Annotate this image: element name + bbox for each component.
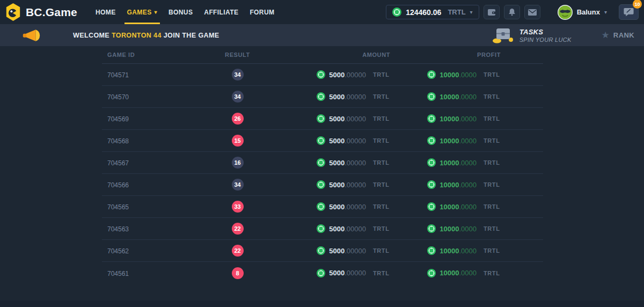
amount-value: 5000.00000 bbox=[329, 159, 366, 167]
header-profit: PROFIT bbox=[390, 52, 501, 58]
trtl-coin-icon bbox=[427, 202, 436, 211]
user-menu[interactable]: Balunx ▾ bbox=[558, 5, 607, 20]
tasks-widget[interactable]: TASKS SPIN YOUR LUCK bbox=[492, 27, 572, 44]
amount-value: 5000.00000 bbox=[329, 247, 366, 255]
notifications-button[interactable] bbox=[504, 5, 520, 19]
profit-cell: 10000.0000 TRTL bbox=[390, 202, 501, 211]
welcome-username: TORONTON 44 bbox=[112, 32, 162, 39]
amount-cell: 5000.00000 TRTL bbox=[282, 180, 390, 189]
welcome-prefix: WELCOME bbox=[73, 32, 109, 39]
table-row: 704562 22 5000.00000 TRTL 10000.0000 TRT… bbox=[102, 240, 543, 262]
nav-item-games[interactable]: GAMES▾ bbox=[127, 0, 157, 24]
trtl-coin-icon bbox=[317, 158, 325, 167]
profit-cell: 10000.0000 TRTL bbox=[390, 92, 501, 101]
currency-label: TRTL bbox=[373, 181, 390, 188]
balance-currency: TRTL bbox=[448, 8, 465, 16]
mail-button[interactable] bbox=[524, 5, 540, 19]
result-cell: 33 bbox=[193, 201, 282, 213]
amount-cell: 5000.00000 TRTL bbox=[282, 136, 390, 145]
profit-value: 10000.0000 bbox=[440, 247, 477, 255]
currency-label: TRTL bbox=[484, 115, 501, 122]
nav-item-label: BONUS bbox=[169, 9, 193, 16]
result-badge: 26 bbox=[232, 113, 244, 125]
trtl-coin-icon bbox=[427, 180, 436, 189]
result-badge: 15 bbox=[232, 135, 244, 147]
profit-cell: 10000.0000 TRTL bbox=[390, 70, 501, 79]
nav-item-forum[interactable]: FORUM bbox=[250, 0, 274, 24]
bottom-strip bbox=[0, 301, 644, 307]
result-cell: 15 bbox=[193, 135, 282, 147]
result-badge: 34 bbox=[232, 69, 244, 81]
nav-item-label: HOME bbox=[96, 9, 116, 16]
amount-value: 5000.00000 bbox=[329, 137, 366, 145]
currency-label: TRTL bbox=[373, 93, 390, 100]
result-cell: 22 bbox=[193, 245, 282, 257]
announcement-banner: WELCOME TORONTON 44 JOIN THE GAME TASKS … bbox=[0, 24, 644, 46]
result-badge: 34 bbox=[232, 91, 244, 103]
main-content: GAME ID RESULT AMOUNT PROFIT 704571 34 5… bbox=[0, 46, 644, 284]
nav-item-bonus[interactable]: BONUS bbox=[169, 0, 193, 24]
table-row: 704565 33 5000.00000 TRTL 10000.0000 TRT… bbox=[102, 196, 543, 218]
profit-cell: 10000.0000 TRTL bbox=[390, 114, 501, 123]
wallet-button[interactable] bbox=[484, 5, 500, 19]
profit-value: 10000.0000 bbox=[440, 93, 477, 101]
rank-widget[interactable]: ★ RANK bbox=[602, 31, 634, 40]
table-header: GAME ID RESULT AMOUNT PROFIT bbox=[102, 46, 543, 64]
profit-cell: 10000.0000 TRTL bbox=[390, 246, 501, 255]
result-cell: 22 bbox=[193, 223, 282, 235]
nav-item-affiliate[interactable]: AFFILIATE bbox=[204, 0, 238, 24]
nav-item-label: GAMES bbox=[127, 9, 152, 16]
game-id: 704562 bbox=[107, 247, 129, 255]
profit-cell: 10000.0000 TRTL bbox=[390, 269, 501, 277]
welcome-message: WELCOME TORONTON 44 JOIN THE GAME bbox=[73, 32, 219, 39]
currency-label: TRTL bbox=[373, 115, 390, 122]
chevron-down-icon: ▾ bbox=[155, 9, 157, 15]
logo[interactable]: BC.Game bbox=[5, 3, 77, 21]
result-cell: 34 bbox=[193, 91, 282, 103]
game-id-cell: 704563 bbox=[102, 224, 193, 233]
chat-button[interactable]: 10 bbox=[619, 4, 639, 20]
balance-selector[interactable]: 124460.06 TRTL ▾ bbox=[386, 5, 479, 19]
game-id-cell: 704561 bbox=[102, 268, 193, 278]
nav-item-home[interactable]: HOME bbox=[96, 0, 116, 24]
profit-cell: 10000.0000 TRTL bbox=[390, 224, 501, 233]
game-id: 704569 bbox=[107, 115, 129, 123]
currency-label: TRTL bbox=[484, 93, 501, 100]
trtl-coin-icon bbox=[317, 180, 325, 189]
trtl-coin-icon bbox=[427, 136, 436, 145]
profit-value: 10000.0000 bbox=[440, 181, 477, 189]
rank-label: RANK bbox=[613, 31, 634, 39]
currency-label: TRTL bbox=[484, 137, 501, 144]
treasure-chest-icon bbox=[492, 27, 514, 44]
result-cell: 8 bbox=[193, 267, 282, 279]
currency-label: TRTL bbox=[484, 247, 501, 254]
profit-value: 10000.0000 bbox=[440, 159, 477, 167]
trtl-coin-icon bbox=[427, 114, 436, 123]
amount-value: 5000.00000 bbox=[329, 225, 366, 233]
profit-value: 10000.0000 bbox=[440, 137, 477, 145]
bell-icon bbox=[508, 8, 516, 16]
tasks-title: TASKS bbox=[519, 28, 572, 36]
table-row: 704567 16 5000.00000 TRTL 10000.0000 TRT… bbox=[102, 152, 543, 174]
table-body: 704571 34 5000.00000 TRTL 10000.0000 TRT… bbox=[102, 64, 543, 284]
game-id-cell: 704562 bbox=[102, 246, 193, 255]
tasks-subtitle: SPIN YOUR LUCK bbox=[519, 36, 572, 43]
table-row: 704571 34 5000.00000 TRTL 10000.0000 TRT… bbox=[102, 64, 543, 86]
profit-value: 10000.0000 bbox=[440, 203, 477, 211]
result-badge: 22 bbox=[232, 245, 244, 257]
game-id: 704566 bbox=[107, 181, 129, 189]
tasks-text: TASKS SPIN YOUR LUCK bbox=[519, 28, 572, 43]
game-id-cell: 704566 bbox=[102, 180, 193, 189]
profit-value: 10000.0000 bbox=[440, 115, 477, 123]
currency-label: TRTL bbox=[373, 137, 390, 144]
result-badge: 33 bbox=[232, 201, 244, 213]
trtl-coin-icon bbox=[427, 92, 436, 101]
table-row: 704570 34 5000.00000 TRTL 10000.0000 TRT… bbox=[102, 86, 543, 108]
amount-cell: 5000.00000 TRTL bbox=[282, 114, 390, 123]
logo-text: BC.Game bbox=[26, 6, 77, 19]
amount-value: 5000.00000 bbox=[329, 71, 366, 79]
game-id-cell: 704565 bbox=[102, 202, 193, 211]
top-nav: BC.Game HOMEGAMES▾BONUSAFFILIATEFORUM 12… bbox=[0, 0, 644, 24]
table-row: 704566 34 5000.00000 TRTL 10000.0000 TRT… bbox=[102, 174, 543, 196]
game-id-cell: 704567 bbox=[102, 158, 193, 167]
